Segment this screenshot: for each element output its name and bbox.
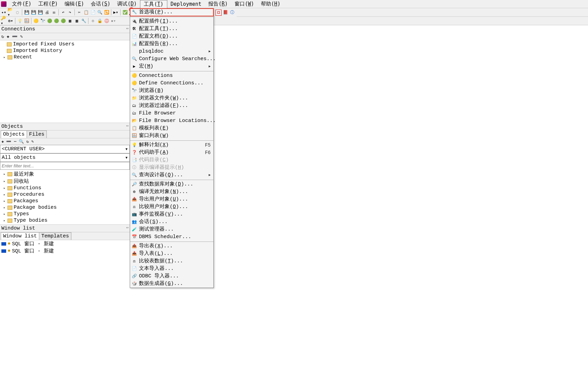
menu-file[interactable]: 文件(F) <box>9 0 35 8</box>
app-icon <box>1 1 6 7</box>
tb-lock-icon[interactable]: 🔒 <box>97 18 103 24</box>
tb-cut-icon[interactable]: ✂ <box>76 9 82 15</box>
tb-generic-icon[interactable]: ▢ <box>14 9 20 15</box>
menu-item-label: 配置插件(I)... <box>139 18 211 25</box>
tb-save-icon[interactable]: 💾 <box>24 9 30 15</box>
tb-session1-icon[interactable]: 🟢 <box>46 18 53 24</box>
tb-execute-icon[interactable]: ▶▾ <box>113 9 119 15</box>
tb-browser-icon[interactable]: 🔭 <box>40 18 46 24</box>
menu-help[interactable]: 帮助(H) <box>257 0 284 8</box>
tb-redo-icon[interactable]: ↷ <box>67 9 73 15</box>
tb-grid-icon[interactable]: ▦ <box>67 18 73 24</box>
tb-wrench-icon[interactable]: 🔧 <box>81 18 87 24</box>
tb-copy-icon[interactable]: 📋 <box>83 9 89 15</box>
menu-item[interactable]: 🔧首选项(P)... <box>130 9 213 16</box>
tb-more-icon[interactable]: ●▾ <box>110 18 116 24</box>
menu-deployment[interactable]: Deployment <box>167 0 205 8</box>
toolbar-row-2: 🔑▾ ⚙▾ 💡 🪟 🟡 🔭 🟢 🟢 🟢 ▦ ▦ 🔧 ⚙ 🔒 ⛔ ●▾ <box>0 17 588 25</box>
tb-stop-icon[interactable]: ⛔ <box>103 18 110 24</box>
tb-paste-icon[interactable]: 📄 <box>90 9 96 15</box>
tb-form-icon[interactable]: ▦ <box>74 18 80 24</box>
menu-item-icon: 🔧 <box>131 10 137 15</box>
menu-edit[interactable]: 编辑(E) <box>61 0 87 8</box>
tb-new-icon[interactable]: ✦▾ <box>1 9 7 15</box>
tb-commit-icon[interactable]: ✅ <box>122 9 128 15</box>
menubar: 文件(F) 工程(P) 编辑(E) 会话(S) 调试(D) 工具(T) Depl… <box>0 0 588 8</box>
tb-beautify-icon[interactable]: 💡 <box>17 18 23 24</box>
menu-session[interactable]: 会话(S) <box>87 0 114 8</box>
tb-print-icon[interactable]: 🖨 <box>44 9 50 15</box>
toolbar-row-1: ✦▾ 📂▾ ▢ 💾 💾 💾 🖨 ✉ ↶ ↷ ✂ 📋 📄 🔍 🔁 ▶▾ ✅ ⛔▾ <box>0 8 588 17</box>
tb-connections-icon[interactable]: 🟡 <box>33 18 39 24</box>
menu-report[interactable]: 报告(R) <box>205 0 231 8</box>
oracle-icon[interactable]: ◘ <box>215 10 222 16</box>
menu-item-label: 首选项(P)... <box>139 9 211 16</box>
tools-dropdown: 🔧首选项(P)...🔌配置插件(I)...🛠配置工具(T)...📄配置文档(D)… <box>130 8 214 25</box>
info-icon[interactable]: ⓘ <box>229 10 235 16</box>
tb-undo-icon[interactable]: ↶ <box>60 9 66 15</box>
menu-item[interactable]: 🔌配置插件(I)... <box>130 18 213 25</box>
tb-open-icon[interactable]: 📂▾ <box>8 9 14 15</box>
pdf-icon[interactable]: 📕 <box>222 10 228 16</box>
toolbar-right-icons: ◘ 📕 ⓘ <box>214 8 237 17</box>
tb-session3-icon[interactable]: 🟢 <box>60 18 66 24</box>
tb-find-icon[interactable]: 🔍 <box>97 9 103 15</box>
tb-savesql-icon[interactable]: 💾 <box>37 9 43 15</box>
menu-item-icon: 🔌 <box>131 19 137 24</box>
menu-debug[interactable]: 调试(D) <box>114 0 140 8</box>
menu-tools[interactable]: 工具(T) <box>140 0 167 8</box>
tb-replace-icon[interactable]: 🔁 <box>103 9 110 15</box>
tb-gear2-icon[interactable]: ⚙ <box>90 18 96 24</box>
menu-project[interactable]: 工程(P) <box>35 0 61 8</box>
tb-gear-icon[interactable]: ⚙▾ <box>8 18 14 24</box>
tb-window-icon[interactable]: 🪟 <box>24 18 30 24</box>
tb-session2-icon[interactable]: 🟢 <box>53 18 59 24</box>
menu-window[interactable]: 窗口(W) <box>231 0 257 8</box>
tb-key-icon[interactable]: 🔑▾ <box>1 18 7 24</box>
tb-email-icon[interactable]: ✉ <box>51 9 57 15</box>
tb-saveall-icon[interactable]: 💾 <box>30 9 37 15</box>
